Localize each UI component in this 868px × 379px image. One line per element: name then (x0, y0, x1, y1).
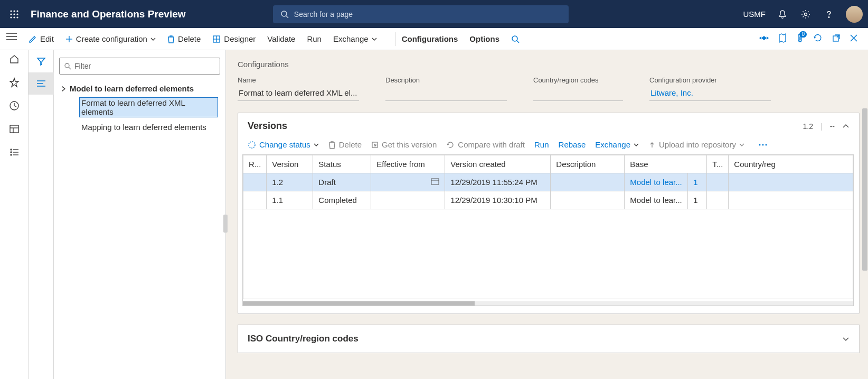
field-provider: Configuration provider Litware, Inc. (649, 76, 771, 101)
get-version-button[interactable]: Get this version (371, 140, 437, 149)
col-r[interactable]: R... (243, 155, 267, 173)
options-tab[interactable]: Options (469, 34, 499, 43)
svg-point-4 (13, 13, 15, 15)
diamond-icon[interactable] (759, 34, 769, 43)
topbar: Finance and Operations Preview Search fo… (0, 0, 868, 28)
svg-point-3 (10, 13, 12, 15)
svg-point-50 (759, 144, 760, 145)
trash-icon (167, 35, 175, 43)
avatar[interactable] (846, 6, 863, 23)
col-t[interactable]: T... (707, 155, 729, 173)
versions-card: Versions 1.2 | -- Change status (238, 113, 860, 314)
change-status-button[interactable]: Change status (248, 140, 319, 149)
table-row[interactable]: 1.1 Completed 12/29/2019 10:30:10 PM Mod… (243, 191, 853, 209)
designer-button[interactable]: Designer (212, 34, 256, 43)
chevron-down-icon (314, 143, 319, 146)
validate-button[interactable]: Validate (267, 34, 295, 43)
delete-button[interactable]: Delete (167, 34, 201, 43)
col-description[interactable]: Description (551, 155, 625, 173)
svg-rect-53 (431, 179, 439, 184)
svg-point-5 (16, 13, 18, 15)
chevron-down-icon (634, 143, 639, 146)
chevron-down-icon (739, 143, 744, 146)
company-label[interactable]: USMF (743, 10, 766, 19)
versions-delete-button[interactable]: Delete (328, 140, 362, 149)
col-base[interactable]: Base (625, 155, 707, 173)
exchange-button[interactable]: Exchange (333, 34, 377, 43)
table-row[interactable]: 1.2 Draft 12/29/2019 11:55:24 PM Model t… (243, 173, 853, 191)
versions-run-button[interactable]: Run (534, 140, 549, 149)
versions-dash: -- (830, 122, 835, 131)
configurations-tab[interactable]: Configurations (402, 34, 458, 43)
home-icon[interactable] (8, 53, 20, 65)
filter-icon[interactable] (29, 50, 54, 72)
field-country-codes: Country/region codes (533, 76, 623, 101)
modules-icon[interactable] (8, 146, 20, 158)
help-icon[interactable] (823, 8, 835, 21)
horizontal-scrollbar[interactable] (243, 301, 853, 306)
iso-card[interactable]: ISO Country/region codes (238, 325, 860, 353)
field-country-codes-value[interactable] (533, 86, 623, 101)
collapse-icon[interactable] (61, 84, 70, 93)
edit-button[interactable]: Edit (29, 34, 54, 43)
breadcrumb: Configurations (238, 60, 860, 69)
popout-icon[interactable] (832, 34, 841, 44)
download-icon (371, 141, 379, 149)
versions-exchange-button[interactable]: Exchange (595, 140, 639, 149)
svg-point-8 (16, 16, 18, 18)
field-provider-value[interactable]: Litware, Inc. (649, 86, 771, 101)
overflow-button[interactable] (758, 143, 768, 146)
recent-icon[interactable] (8, 100, 20, 112)
run-button[interactable]: Run (307, 34, 322, 43)
app-title: Finance and Operations Preview (31, 8, 186, 20)
nav-rail (0, 50, 29, 379)
col-country[interactable]: Country/reg (729, 155, 853, 173)
tree-item-mapping[interactable]: Mapping to learn deferred elements (59, 119, 220, 135)
col-version[interactable]: Version (267, 155, 313, 173)
waffle-icon[interactable] (5, 10, 23, 19)
compare-button[interactable]: Compare with draft (446, 140, 525, 149)
field-name-value[interactable]: Format to learn deferred XML el... (238, 86, 359, 101)
svg-point-7 (13, 16, 15, 18)
pane-resize-handle[interactable] (223, 215, 228, 233)
rebase-button[interactable]: Rebase (559, 140, 586, 149)
find-button[interactable] (511, 35, 520, 43)
col-created[interactable]: Version created (445, 155, 551, 173)
chevron-down-icon[interactable] (842, 335, 850, 343)
field-description-value[interactable] (385, 86, 507, 101)
bell-icon[interactable] (776, 8, 789, 21)
versions-title: Versions (248, 121, 287, 132)
col-status[interactable]: Status (313, 155, 371, 173)
search-input[interactable]: Search for a page (273, 5, 569, 23)
svg-marker-30 (10, 78, 18, 87)
tree-item-format[interactable]: Format to learn deferred XML elements (59, 95, 220, 119)
field-description: Description (385, 76, 507, 101)
attachment-icon[interactable]: 0 (796, 33, 804, 44)
vertical-scrollbar[interactable] (862, 108, 868, 379)
star-icon[interactable] (8, 77, 20, 88)
svg-point-48 (249, 142, 255, 148)
close-icon[interactable] (850, 34, 857, 43)
col-effective[interactable]: Effective from (371, 155, 445, 173)
upload-button[interactable]: Upload into repository (648, 140, 744, 149)
create-configuration-button[interactable]: Create configuration (65, 34, 156, 43)
hamburger-icon[interactable] (6, 32, 17, 42)
map-icon[interactable] (778, 33, 787, 44)
gear-icon[interactable] (799, 8, 812, 21)
compare-icon (446, 141, 455, 149)
collapse-icon[interactable] (842, 122, 850, 131)
calendar-icon[interactable] (431, 178, 439, 185)
chevron-down-icon (372, 38, 377, 41)
svg-line-22 (517, 41, 519, 43)
tree-filter-input[interactable]: Filter (59, 58, 220, 75)
workspace-icon[interactable] (8, 123, 20, 135)
lines-icon[interactable] (29, 72, 54, 95)
plus-icon (65, 35, 73, 43)
attachment-badge: 0 (799, 31, 807, 38)
svg-marker-24 (759, 36, 761, 40)
svg-point-35 (11, 149, 12, 150)
svg-point-12 (828, 16, 829, 17)
tree-root[interactable]: Model to learn deferred elements (59, 82, 220, 95)
refresh-icon[interactable] (813, 33, 823, 44)
svg-point-0 (10, 10, 12, 12)
